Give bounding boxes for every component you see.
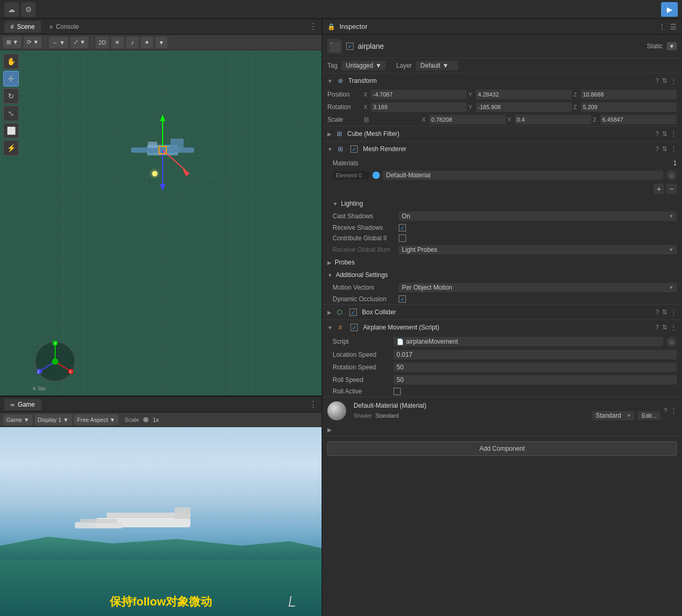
- mesh-renderer-help[interactable]: ?: [655, 145, 659, 153]
- materials-remove-btn[interactable]: −: [666, 184, 677, 194]
- settings-icon[interactable]: ⚙: [21, 2, 36, 17]
- transform-header[interactable]: ▼ ⊕ Transform ? ⇅ ⋮: [322, 73, 682, 88]
- tab-game[interactable]: ∞ Game: [4, 399, 41, 410]
- lighting-section-header[interactable]: ▼ Lighting: [322, 197, 682, 210]
- rotate-tool[interactable]: ↻: [3, 88, 19, 104]
- material-more[interactable]: ⋮: [670, 407, 677, 415]
- rotation-speed-value[interactable]: 50: [393, 363, 677, 372]
- material-help[interactable]: ?: [664, 407, 667, 415]
- mesh-filter-help[interactable]: ?: [655, 130, 659, 137]
- script-target-btn[interactable]: ◎: [666, 336, 677, 347]
- static-dropdown[interactable]: ▼: [667, 42, 677, 50]
- scene-view[interactable]: ✋ ✛ ↻ ⤡ ⬜ ⚡ Y Z: [0, 50, 322, 396]
- rot-x-input[interactable]: [371, 102, 467, 112]
- scale-z-input[interactable]: [600, 115, 677, 124]
- pos-x-input[interactable]: [371, 90, 467, 99]
- box-collider-header[interactable]: ▶ ⬡ Box Collider ? ⇅ ⋮: [322, 305, 682, 320]
- play-button[interactable]: ▶: [661, 2, 678, 17]
- airplane-script-checkbox[interactable]: [350, 324, 358, 331]
- dynamic-occlusion-checkbox[interactable]: [399, 295, 406, 303]
- toolbar-pivot-btn[interactable]: ⟳ ▼: [24, 37, 42, 48]
- scale-y-input[interactable]: [515, 115, 591, 124]
- shader-edit-btn[interactable]: Edit...: [637, 411, 660, 420]
- box-collider-help[interactable]: ?: [655, 309, 659, 316]
- transform-settings[interactable]: ⇅: [662, 77, 667, 84]
- tab-scene[interactable]: # Scene: [4, 21, 41, 33]
- game-dropdown-game[interactable]: Game ▼: [3, 415, 33, 425]
- main-layout: # Scene ≡ Console ⋮ ⊞ ▼ ⟳ ▼ ↔ ▼ ⤢ ▼ 2D ☀…: [0, 19, 682, 616]
- scale-y-field: Y: [507, 115, 591, 124]
- cast-shadows-dropdown[interactable]: On ▼: [399, 211, 677, 221]
- toolbar-audio-btn[interactable]: ♪: [126, 37, 138, 48]
- rect-tool[interactable]: ⬜: [3, 123, 19, 139]
- game-dropdown-display[interactable]: Display 1 ▼: [35, 415, 72, 425]
- mesh-renderer-more[interactable]: ⋮: [670, 145, 677, 153]
- transform-help[interactable]: ?: [655, 77, 659, 84]
- toolbar-light-btn[interactable]: ☀: [111, 37, 124, 48]
- mesh-filter-header[interactable]: ▶ ⊞ Cube (Mesh Filter) ? ⇅ ⋮: [322, 126, 682, 141]
- scale-tool[interactable]: ⤡: [3, 105, 19, 121]
- scene-tab-more[interactable]: ⋮: [309, 22, 317, 31]
- transform-tool[interactable]: ⚡: [3, 140, 19, 156]
- box-collider-more[interactable]: ⋮: [670, 309, 677, 316]
- game-dropdown-aspect[interactable]: Free Aspect ▼: [74, 415, 119, 425]
- airplane-script-header[interactable]: ▼ # Airplane Movement (Script) ? ⇅ ⋮: [322, 320, 682, 335]
- game-tab-label: Game: [18, 401, 35, 408]
- scale-x-input[interactable]: [429, 115, 506, 124]
- probes-header[interactable]: ▶ Probes: [322, 256, 682, 269]
- receive-shadows-row: Receive Shadows: [322, 222, 682, 233]
- game-airplane: [65, 502, 222, 544]
- toolbar-more-btn[interactable]: ▼: [155, 37, 167, 48]
- roll-speed-value[interactable]: 50: [393, 375, 677, 385]
- cloud-icon[interactable]: ☁: [4, 2, 19, 17]
- tab-console[interactable]: ≡ Console: [43, 21, 85, 33]
- toolbar-layout-btn[interactable]: ⊞ ▼: [3, 37, 22, 48]
- roll-active-checkbox[interactable]: [393, 388, 401, 395]
- additional-settings-header[interactable]: ▼ Additional Settings: [322, 269, 682, 281]
- box-collider-settings[interactable]: ⇅: [662, 309, 667, 316]
- toolbar-2d-btn[interactable]: 2D: [95, 37, 109, 48]
- script-label: Script: [333, 338, 390, 345]
- probes-title: Probes: [335, 259, 677, 266]
- tag-dropdown[interactable]: Untagged ▼: [342, 61, 386, 70]
- motion-vectors-dropdown[interactable]: Per Object Motion ▼: [399, 283, 677, 292]
- object-active-checkbox[interactable]: [346, 43, 354, 50]
- materials-section: Materials 1 Element 0 Default-Material ◎…: [322, 156, 682, 197]
- rot-z-input[interactable]: [581, 102, 677, 112]
- layer-dropdown[interactable]: Default ▼: [416, 61, 458, 70]
- mesh-renderer-settings[interactable]: ⇅: [662, 145, 667, 153]
- toolbar-fx-btn[interactable]: ✦: [141, 37, 153, 48]
- material-target-btn[interactable]: ◎: [666, 170, 677, 180]
- scale-z-label: Z: [593, 116, 599, 123]
- mesh-filter-settings[interactable]: ⇅: [662, 130, 667, 137]
- mesh-renderer-checkbox[interactable]: [350, 145, 358, 153]
- location-speed-value[interactable]: 0.017: [393, 350, 677, 359]
- pos-z-input[interactable]: [581, 90, 677, 99]
- airplane-script-settings[interactable]: ⇅: [662, 324, 667, 331]
- airplane-script-help[interactable]: ?: [655, 324, 659, 331]
- toolbar-global-btn[interactable]: ↔ ▼: [49, 37, 68, 48]
- transform-more[interactable]: ⋮: [670, 77, 677, 84]
- rgi-dropdown[interactable]: Light Probes ▼: [399, 245, 677, 254]
- move-tool[interactable]: ✛: [3, 71, 19, 87]
- contribute-gi-checkbox[interactable]: [399, 235, 406, 242]
- rot-y-input[interactable]: [476, 102, 572, 112]
- inspector-lock-btn[interactable]: ⋮: [658, 23, 666, 31]
- dynamic-occlusion-label: Dynamic Occlusion: [333, 295, 396, 303]
- shader-dropdown[interactable]: Standard ▼: [592, 411, 634, 420]
- mesh-filter-more[interactable]: ⋮: [670, 130, 677, 137]
- material-expand[interactable]: ▶: [322, 424, 682, 436]
- cast-shadows-label: Cast Shadows: [333, 213, 396, 220]
- receive-shadows-checkbox[interactable]: [399, 224, 406, 231]
- add-component-button[interactable]: Add Component: [327, 441, 677, 456]
- box-collider-checkbox[interactable]: [349, 309, 357, 316]
- mesh-renderer-header[interactable]: ▼ ⊞ Mesh Renderer ? ⇅ ⋮: [322, 142, 682, 156]
- materials-add-btn[interactable]: +: [654, 184, 664, 194]
- toolbar-snap-btn[interactable]: ⤢ ▼: [70, 37, 89, 48]
- hand-tool[interactable]: ✋: [3, 54, 19, 69]
- pos-y-input[interactable]: [476, 90, 572, 99]
- airplane-script-more[interactable]: ⋮: [670, 324, 677, 331]
- game-tab-more[interactable]: ⋮: [309, 399, 317, 409]
- inspector-layers-btn[interactable]: ☰: [670, 23, 677, 31]
- materials-label: Materials: [333, 160, 358, 167]
